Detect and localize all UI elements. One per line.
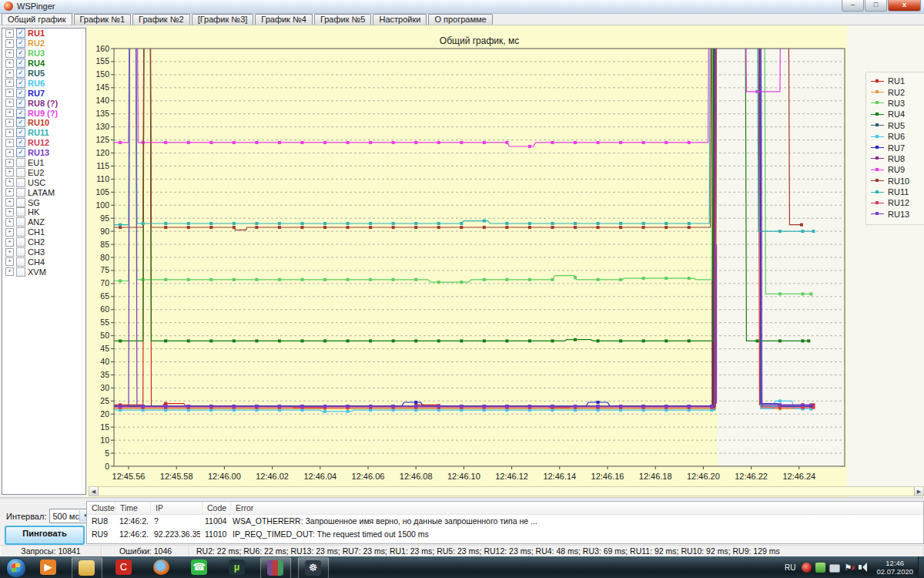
- checkbox[interactable]: ✓: [16, 89, 25, 98]
- checkbox[interactable]: [16, 267, 25, 277]
- checkbox[interactable]: [16, 198, 25, 207]
- expand-icon[interactable]: +: [5, 39, 14, 48]
- close-button[interactable]: x: [888, 0, 921, 12]
- cluster-tree[interactable]: +✓RU1+✓RU2+✓RU3+✓RU4+✓RU5+✓RU6+✓RU7+✓RU8…: [2, 28, 86, 495]
- expand-icon[interactable]: +: [5, 188, 14, 197]
- start-button[interactable]: [6, 558, 26, 578]
- tree-item-ru8[interactable]: +✓RU8 (?): [2, 98, 85, 108]
- chart-plot[interactable]: 0510152025303540455055606570758085909510…: [87, 25, 924, 497]
- checkbox[interactable]: [16, 257, 25, 267]
- tree-item-ru13[interactable]: +✓RU13: [2, 148, 85, 158]
- action-center-flag-icon[interactable]: ⚑✗: [844, 563, 854, 573]
- expand-icon[interactable]: +: [5, 139, 14, 147]
- expand-icon[interactable]: +: [5, 267, 14, 276]
- checkbox[interactable]: ✓: [16, 29, 25, 38]
- expand-icon[interactable]: +: [5, 178, 14, 187]
- tab-7[interactable]: О программе: [428, 14, 492, 25]
- checkbox[interactable]: ✓: [16, 79, 25, 88]
- checkbox[interactable]: ✓: [16, 138, 25, 147]
- checkbox[interactable]: [16, 227, 25, 237]
- scrollbar-left-arrow-icon[interactable]: ◀: [89, 487, 99, 496]
- tree-item-anz[interactable]: +ANZ: [2, 217, 85, 227]
- checkbox[interactable]: [16, 178, 25, 187]
- checkbox[interactable]: [16, 237, 25, 247]
- media-player-taskbar-button[interactable]: ▶: [34, 557, 63, 577]
- column-header-cluster[interactable]: Cluster: [87, 502, 116, 514]
- checkbox[interactable]: [16, 207, 25, 217]
- expand-icon[interactable]: +: [5, 29, 14, 38]
- checkbox[interactable]: ✓: [16, 128, 25, 137]
- checkbox[interactable]: ✓: [16, 39, 25, 48]
- tree-item-ru2[interactable]: +✓RU2: [2, 39, 85, 49]
- expand-icon[interactable]: +: [5, 109, 14, 117]
- ccleaner-taskbar-button[interactable]: C: [109, 557, 139, 577]
- expand-icon[interactable]: +: [5, 69, 14, 78]
- ping-button[interactable]: Пинговать: [5, 526, 85, 545]
- tree-item-usc[interactable]: +USC: [2, 177, 85, 187]
- update-tray-icon[interactable]: [815, 563, 825, 573]
- taskbar-clock[interactable]: 12:46 02.07.2020: [876, 559, 913, 576]
- tab-3[interactable]: [График №3]: [192, 14, 254, 25]
- volume-icon[interactable]: [858, 563, 868, 573]
- checkbox[interactable]: ✓: [16, 49, 25, 58]
- expand-icon[interactable]: +: [5, 49, 14, 58]
- expand-icon[interactable]: +: [5, 79, 14, 87]
- expand-icon[interactable]: +: [5, 208, 14, 217]
- column-header-ip[interactable]: IP: [151, 502, 203, 514]
- tree-item-ru10[interactable]: +✓RU10: [2, 118, 85, 128]
- checkbox[interactable]: [16, 247, 25, 257]
- checkbox[interactable]: ✓: [16, 59, 25, 68]
- expand-icon[interactable]: +: [5, 228, 14, 237]
- checkbox[interactable]: ✓: [16, 109, 25, 118]
- tree-item-ch4[interactable]: +CH4: [2, 257, 85, 267]
- language-indicator[interactable]: RU: [785, 563, 795, 572]
- tab-6[interactable]: Настройки: [373, 14, 427, 25]
- expand-icon[interactable]: +: [5, 238, 14, 247]
- game-taskbar-button[interactable]: ☸: [298, 557, 329, 578]
- checkbox[interactable]: [16, 188, 25, 197]
- tab-2[interactable]: График №2: [132, 14, 190, 25]
- tree-item-ch1[interactable]: +CH1: [2, 227, 85, 237]
- table-row[interactable]: RU812:46:2...?11004WSA_OTHERERR: Запроше…: [87, 515, 923, 528]
- expand-icon[interactable]: +: [5, 149, 14, 157]
- minimize-button[interactable]: –: [842, 0, 864, 12]
- checkbox[interactable]: ✓: [16, 99, 25, 108]
- table-row[interactable]: RU912:46:2...92.223.36.3511010IP_REQ_TIM…: [87, 528, 923, 541]
- expand-icon[interactable]: +: [5, 198, 14, 207]
- checkbox[interactable]: ✓: [16, 118, 25, 127]
- checkbox[interactable]: [16, 217, 25, 227]
- tree-item-ch2[interactable]: +CH2: [2, 237, 85, 247]
- chart-scrollbar[interactable]: ◀ ▶: [89, 486, 924, 496]
- tree-item-ru1[interactable]: +✓RU1: [2, 29, 85, 39]
- tree-item-sg[interactable]: +SG: [2, 197, 85, 207]
- tree-item-hk[interactable]: +HK: [2, 207, 85, 217]
- checkbox[interactable]: ✓: [16, 148, 25, 157]
- tree-item-ru3[interactable]: +✓RU3: [2, 49, 85, 59]
- expand-icon[interactable]: +: [5, 248, 14, 257]
- error-table[interactable]: ClusterTimeIPCodeErrorRU812:46:2...?1100…: [86, 501, 924, 544]
- gauge-tray-icon[interactable]: [802, 563, 812, 573]
- checkbox[interactable]: [16, 158, 25, 167]
- utorrent-taskbar-button[interactable]: µ: [223, 557, 252, 577]
- winrar-taskbar-button[interactable]: [260, 557, 291, 578]
- expand-icon[interactable]: +: [5, 99, 14, 107]
- show-desktop-button[interactable]: [918, 556, 924, 578]
- column-header-error[interactable]: Error: [231, 502, 924, 514]
- tree-item-xvm[interactable]: +XVM: [2, 267, 85, 277]
- expand-icon[interactable]: +: [5, 159, 14, 167]
- tree-item-ch3[interactable]: +CH3: [2, 247, 85, 257]
- firefox-taskbar-button[interactable]: [147, 557, 176, 577]
- tree-item-ru6[interactable]: +✓RU6: [2, 78, 85, 88]
- whatsapp-taskbar-button[interactable]: ☎: [185, 557, 214, 577]
- column-header-time[interactable]: Time: [116, 502, 151, 514]
- expand-icon[interactable]: +: [5, 59, 14, 68]
- column-header-code[interactable]: Code: [203, 502, 231, 514]
- tab-5[interactable]: График №5: [314, 14, 372, 25]
- file-explorer-taskbar-button[interactable]: [72, 557, 102, 578]
- tree-item-ru5[interactable]: +✓RU5: [2, 69, 85, 79]
- title-bar[interactable]: WSPinger – □ x: [0, 0, 924, 14]
- tree-item-ru4[interactable]: +✓RU4: [2, 59, 85, 69]
- interval-select[interactable]: 500 мс ▼: [49, 509, 91, 523]
- tab-1[interactable]: График №1: [74, 14, 132, 25]
- tree-item-ru12[interactable]: +✓RU12: [2, 138, 85, 148]
